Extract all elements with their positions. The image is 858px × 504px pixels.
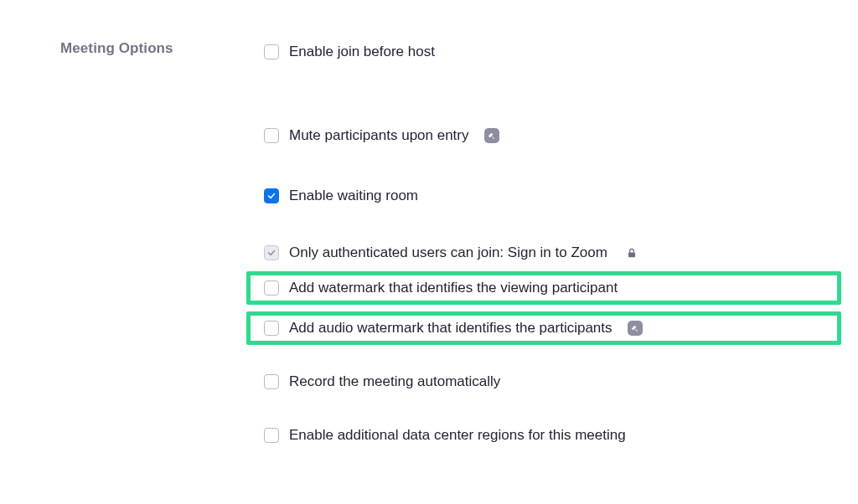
option-label: Enable join before host (289, 44, 435, 60)
meeting-options-panel: Meeting Options Enable join before host … (0, 0, 858, 504)
checkbox-authenticated-only (264, 245, 279, 260)
svg-point-0 (494, 137, 494, 138)
checkbox-dc-regions[interactable] (264, 428, 279, 443)
option-join-before-host: Enable join before host (246, 35, 841, 69)
options-list: Enable join before host Mute participant… (246, 35, 841, 452)
option-label: Only authenticated users can join: Sign … (289, 244, 607, 261)
lock-icon (626, 247, 638, 259)
option-mute-on-entry: Mute participants upon entry (246, 119, 841, 152)
option-auto-record: Record the meeting automatically (246, 365, 841, 399)
option-waiting-room: Enable waiting room (246, 179, 841, 213)
option-authenticated-only: Only authenticated users can join: Sign … (246, 236, 841, 270)
info-icon[interactable] (484, 128, 499, 143)
option-label: Enable waiting room (289, 188, 418, 204)
option-label: Mute participants upon entry (289, 127, 469, 144)
option-watermark-audio-row: Add audio watermark that identifies the … (246, 311, 841, 345)
checkbox-waiting-room[interactable] (264, 188, 279, 203)
checkbox-auto-record[interactable] (264, 374, 279, 389)
svg-rect-1 (628, 252, 635, 257)
info-icon[interactable] (628, 321, 643, 336)
option-label: Record the meeting automatically (289, 373, 500, 390)
checkbox-watermark-audio[interactable] (264, 321, 279, 336)
checkbox-mute-on-entry[interactable] (264, 128, 279, 143)
checkbox-join-before-host[interactable] (264, 44, 279, 59)
option-watermark-video-row: Add watermark that identifies the viewin… (246, 271, 841, 305)
option-label: Add watermark that identifies the viewin… (289, 280, 618, 296)
section-title: Meeting Options (60, 40, 173, 57)
svg-point-2 (637, 330, 638, 331)
option-dc-regions: Enable additional data center regions fo… (246, 419, 841, 452)
option-label: Enable additional data center regions fo… (289, 427, 626, 444)
option-label: Add audio watermark that identifies the … (289, 320, 612, 337)
checkbox-watermark-video[interactable] (264, 280, 279, 296)
